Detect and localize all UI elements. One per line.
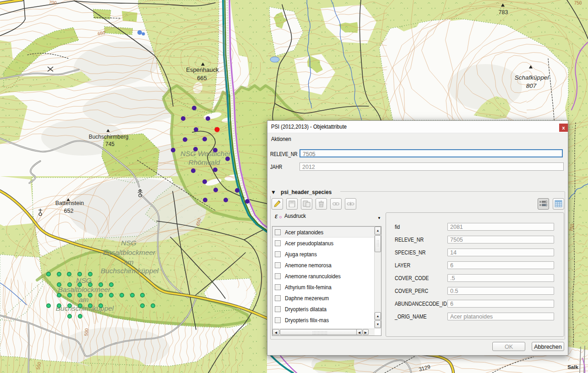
svg-text:am: am [124,258,134,266]
svg-text:783: 783 [499,9,508,16]
svg-text:Rhönwald: Rhönwald [189,158,221,166]
svg-text:Basaltblockmeer: Basaltblockmeer [58,286,111,293]
svg-text:Battenstein: Battenstein [55,200,84,206]
svg-text:Espenhauck: Espenhauck [186,66,219,73]
svg-text:Salk: Salk [567,364,578,370]
svg-text:NSG: NSG [121,239,136,247]
svg-text:750: 750 [574,0,582,5]
svg-text:500: 500 [83,328,89,336]
svg-text:700: 700 [49,0,57,5]
svg-text:Schafküppel: Schafküppel [515,74,549,81]
svg-text:665: 665 [197,75,207,81]
svg-text:Basaltblockmeer: Basaltblockmeer [103,249,156,256]
svg-text:Buchschirmküppel: Buchschirmküppel [56,304,114,312]
svg-text:652: 652 [64,208,74,214]
svg-text:745: 745 [105,141,114,147]
svg-text:Buchschirmberg: Buchschirmberg [89,134,129,140]
svg-text:Buchschirmküppel: Buchschirmküppel [101,267,159,275]
svg-text:807: 807 [526,82,537,89]
svg-text:NSG Westlicher: NSG Westlicher [180,150,231,157]
